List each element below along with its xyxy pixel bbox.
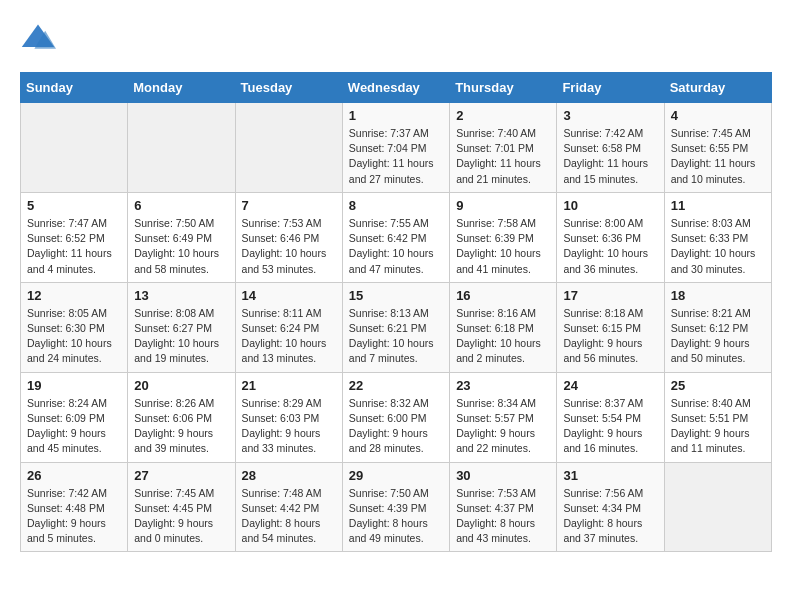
calendar-cell: 26Sunrise: 7:42 AMSunset: 4:48 PMDayligh… (21, 462, 128, 552)
day-info: Sunrise: 8:21 AMSunset: 6:12 PMDaylight:… (671, 306, 765, 367)
calendar-cell: 1Sunrise: 7:37 AMSunset: 7:04 PMDaylight… (342, 103, 449, 193)
day-info: Sunrise: 8:18 AMSunset: 6:15 PMDaylight:… (563, 306, 657, 367)
day-info: Sunrise: 8:16 AMSunset: 6:18 PMDaylight:… (456, 306, 550, 367)
day-info: Sunrise: 8:26 AMSunset: 6:06 PMDaylight:… (134, 396, 228, 457)
day-info: Sunrise: 7:40 AMSunset: 7:01 PMDaylight:… (456, 126, 550, 187)
day-info: Sunrise: 8:29 AMSunset: 6:03 PMDaylight:… (242, 396, 336, 457)
page-header (20, 20, 772, 56)
calendar-cell: 11Sunrise: 8:03 AMSunset: 6:33 PMDayligh… (664, 192, 771, 282)
day-number: 19 (27, 378, 121, 393)
day-number: 26 (27, 468, 121, 483)
day-info: Sunrise: 8:32 AMSunset: 6:00 PMDaylight:… (349, 396, 443, 457)
day-number: 15 (349, 288, 443, 303)
calendar-cell: 13Sunrise: 8:08 AMSunset: 6:27 PMDayligh… (128, 282, 235, 372)
calendar-week-row: 19Sunrise: 8:24 AMSunset: 6:09 PMDayligh… (21, 372, 772, 462)
logo-icon (20, 20, 56, 56)
calendar-cell: 29Sunrise: 7:50 AMSunset: 4:39 PMDayligh… (342, 462, 449, 552)
day-number: 29 (349, 468, 443, 483)
column-header-saturday: Saturday (664, 73, 771, 103)
calendar-cell: 9Sunrise: 7:58 AMSunset: 6:39 PMDaylight… (450, 192, 557, 282)
day-info: Sunrise: 7:50 AMSunset: 4:39 PMDaylight:… (349, 486, 443, 547)
day-info: Sunrise: 8:40 AMSunset: 5:51 PMDaylight:… (671, 396, 765, 457)
calendar-cell: 15Sunrise: 8:13 AMSunset: 6:21 PMDayligh… (342, 282, 449, 372)
day-number: 3 (563, 108, 657, 123)
day-number: 12 (27, 288, 121, 303)
logo (20, 20, 62, 56)
calendar-cell: 18Sunrise: 8:21 AMSunset: 6:12 PMDayligh… (664, 282, 771, 372)
day-info: Sunrise: 8:24 AMSunset: 6:09 PMDaylight:… (27, 396, 121, 457)
day-info: Sunrise: 7:47 AMSunset: 6:52 PMDaylight:… (27, 216, 121, 277)
day-number: 10 (563, 198, 657, 213)
day-info: Sunrise: 7:42 AMSunset: 4:48 PMDaylight:… (27, 486, 121, 547)
calendar-cell: 3Sunrise: 7:42 AMSunset: 6:58 PMDaylight… (557, 103, 664, 193)
calendar-cell: 21Sunrise: 8:29 AMSunset: 6:03 PMDayligh… (235, 372, 342, 462)
calendar-cell: 14Sunrise: 8:11 AMSunset: 6:24 PMDayligh… (235, 282, 342, 372)
calendar-cell: 27Sunrise: 7:45 AMSunset: 4:45 PMDayligh… (128, 462, 235, 552)
day-number: 11 (671, 198, 765, 213)
day-number: 5 (27, 198, 121, 213)
day-info: Sunrise: 8:08 AMSunset: 6:27 PMDaylight:… (134, 306, 228, 367)
day-info: Sunrise: 7:56 AMSunset: 4:34 PMDaylight:… (563, 486, 657, 547)
column-header-sunday: Sunday (21, 73, 128, 103)
calendar-cell: 10Sunrise: 8:00 AMSunset: 6:36 PMDayligh… (557, 192, 664, 282)
calendar-cell: 20Sunrise: 8:26 AMSunset: 6:06 PMDayligh… (128, 372, 235, 462)
calendar-cell (235, 103, 342, 193)
day-number: 14 (242, 288, 336, 303)
calendar-cell: 7Sunrise: 7:53 AMSunset: 6:46 PMDaylight… (235, 192, 342, 282)
calendar-week-row: 1Sunrise: 7:37 AMSunset: 7:04 PMDaylight… (21, 103, 772, 193)
day-info: Sunrise: 7:55 AMSunset: 6:42 PMDaylight:… (349, 216, 443, 277)
day-number: 7 (242, 198, 336, 213)
calendar-cell: 8Sunrise: 7:55 AMSunset: 6:42 PMDaylight… (342, 192, 449, 282)
day-number: 6 (134, 198, 228, 213)
day-info: Sunrise: 7:45 AMSunset: 4:45 PMDaylight:… (134, 486, 228, 547)
day-number: 4 (671, 108, 765, 123)
calendar-week-row: 12Sunrise: 8:05 AMSunset: 6:30 PMDayligh… (21, 282, 772, 372)
calendar-cell: 30Sunrise: 7:53 AMSunset: 4:37 PMDayligh… (450, 462, 557, 552)
column-header-wednesday: Wednesday (342, 73, 449, 103)
calendar-cell: 31Sunrise: 7:56 AMSunset: 4:34 PMDayligh… (557, 462, 664, 552)
day-info: Sunrise: 7:45 AMSunset: 6:55 PMDaylight:… (671, 126, 765, 187)
day-info: Sunrise: 7:58 AMSunset: 6:39 PMDaylight:… (456, 216, 550, 277)
day-info: Sunrise: 7:37 AMSunset: 7:04 PMDaylight:… (349, 126, 443, 187)
calendar-cell: 2Sunrise: 7:40 AMSunset: 7:01 PMDaylight… (450, 103, 557, 193)
calendar-cell: 22Sunrise: 8:32 AMSunset: 6:00 PMDayligh… (342, 372, 449, 462)
day-number: 13 (134, 288, 228, 303)
calendar-week-row: 26Sunrise: 7:42 AMSunset: 4:48 PMDayligh… (21, 462, 772, 552)
calendar-cell (128, 103, 235, 193)
day-number: 9 (456, 198, 550, 213)
day-number: 17 (563, 288, 657, 303)
day-number: 23 (456, 378, 550, 393)
calendar-cell: 25Sunrise: 8:40 AMSunset: 5:51 PMDayligh… (664, 372, 771, 462)
day-info: Sunrise: 8:00 AMSunset: 6:36 PMDaylight:… (563, 216, 657, 277)
calendar-cell: 19Sunrise: 8:24 AMSunset: 6:09 PMDayligh… (21, 372, 128, 462)
day-info: Sunrise: 8:37 AMSunset: 5:54 PMDaylight:… (563, 396, 657, 457)
day-info: Sunrise: 7:48 AMSunset: 4:42 PMDaylight:… (242, 486, 336, 547)
column-header-thursday: Thursday (450, 73, 557, 103)
day-info: Sunrise: 7:53 AMSunset: 4:37 PMDaylight:… (456, 486, 550, 547)
calendar-week-row: 5Sunrise: 7:47 AMSunset: 6:52 PMDaylight… (21, 192, 772, 282)
day-info: Sunrise: 8:05 AMSunset: 6:30 PMDaylight:… (27, 306, 121, 367)
calendar-cell: 12Sunrise: 8:05 AMSunset: 6:30 PMDayligh… (21, 282, 128, 372)
calendar-cell (664, 462, 771, 552)
day-number: 20 (134, 378, 228, 393)
column-header-tuesday: Tuesday (235, 73, 342, 103)
day-info: Sunrise: 7:53 AMSunset: 6:46 PMDaylight:… (242, 216, 336, 277)
calendar-cell: 28Sunrise: 7:48 AMSunset: 4:42 PMDayligh… (235, 462, 342, 552)
day-number: 31 (563, 468, 657, 483)
day-number: 18 (671, 288, 765, 303)
day-info: Sunrise: 7:42 AMSunset: 6:58 PMDaylight:… (563, 126, 657, 187)
calendar-cell: 4Sunrise: 7:45 AMSunset: 6:55 PMDaylight… (664, 103, 771, 193)
calendar-cell: 16Sunrise: 8:16 AMSunset: 6:18 PMDayligh… (450, 282, 557, 372)
day-number: 27 (134, 468, 228, 483)
day-info: Sunrise: 8:34 AMSunset: 5:57 PMDaylight:… (456, 396, 550, 457)
column-header-friday: Friday (557, 73, 664, 103)
day-number: 30 (456, 468, 550, 483)
day-info: Sunrise: 7:50 AMSunset: 6:49 PMDaylight:… (134, 216, 228, 277)
day-number: 28 (242, 468, 336, 483)
day-number: 21 (242, 378, 336, 393)
calendar-cell: 24Sunrise: 8:37 AMSunset: 5:54 PMDayligh… (557, 372, 664, 462)
day-number: 1 (349, 108, 443, 123)
day-number: 8 (349, 198, 443, 213)
day-number: 25 (671, 378, 765, 393)
day-number: 24 (563, 378, 657, 393)
